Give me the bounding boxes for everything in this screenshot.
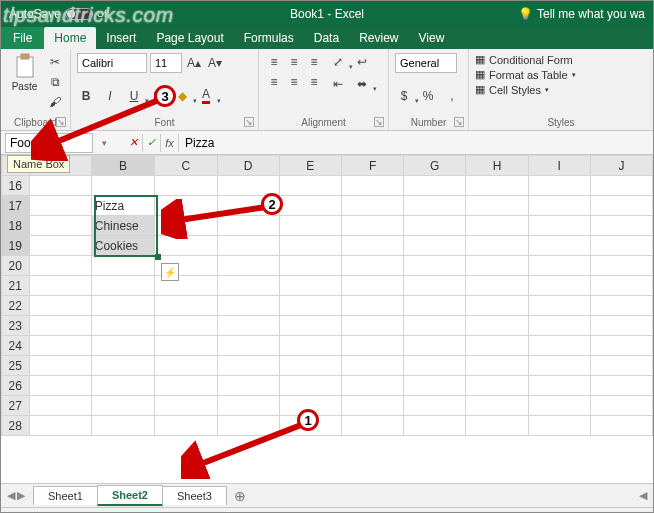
bold-button[interactable]: B [77, 87, 95, 105]
merge-center-icon[interactable]: ⬌ [353, 75, 371, 93]
prev-sheet-icon[interactable]: ◀ [7, 489, 15, 502]
percent-format-icon[interactable]: % [419, 87, 437, 105]
tab-data[interactable]: Data [304, 27, 349, 49]
col-header[interactable]: F [341, 156, 403, 176]
autosave-label: AutoSave [9, 7, 61, 21]
dialog-launcher-icon[interactable]: ↘ [454, 117, 464, 127]
col-header[interactable]: E [279, 156, 341, 176]
scroll-left-icon[interactable]: ◀ [639, 489, 647, 502]
decrease-indent-icon[interactable]: ⇤ [329, 75, 347, 93]
paste-button[interactable]: Paste [7, 53, 42, 111]
ribbon: Paste ✂ ⧉ 🖌 Clipboard↘ A▴ A▾ B I U ▦ ◆ A… [1, 49, 653, 131]
col-header[interactable]: J [590, 156, 652, 176]
row-header[interactable]: 25 [2, 356, 30, 376]
cell[interactable]: Chinese [91, 216, 155, 236]
group-number: $ % , Number↘ [389, 49, 469, 130]
sheet-tab[interactable]: Sheet3 [162, 486, 227, 505]
col-header[interactable]: I [528, 156, 590, 176]
dialog-launcher-icon[interactable]: ↘ [244, 117, 254, 127]
cell[interactable]: Cookies [91, 236, 155, 256]
col-header[interactable]: D [217, 156, 279, 176]
align-bottom-icon[interactable]: ≡ [305, 53, 323, 71]
comma-format-icon[interactable]: , [443, 87, 461, 105]
tab-insert[interactable]: Insert [96, 27, 146, 49]
col-header[interactable]: G [404, 156, 466, 176]
row-header[interactable]: 16 [2, 176, 30, 196]
annotation-callout: 2 [261, 193, 283, 215]
row-header[interactable]: 27 [2, 396, 30, 416]
formula-input[interactable] [179, 134, 653, 152]
format-painter-icon[interactable]: 🖌 [46, 93, 64, 111]
tab-formulas[interactable]: Formulas [234, 27, 304, 49]
font-name-select[interactable] [77, 53, 147, 73]
next-sheet-icon[interactable]: ▶ [17, 489, 25, 502]
tell-me-search[interactable]: 💡 Tell me what you wa [518, 7, 645, 21]
fx-icon[interactable]: fx [161, 134, 179, 152]
sheet-tab[interactable]: Sheet2 [97, 485, 163, 506]
dialog-launcher-icon[interactable]: ↘ [56, 117, 66, 127]
cancel-icon[interactable]: ✕ [125, 134, 143, 152]
enter-icon[interactable]: ✓ [143, 134, 161, 152]
row-header[interactable]: 28 [2, 416, 30, 436]
row-header[interactable]: 20 [2, 256, 30, 276]
tab-review[interactable]: Review [349, 27, 408, 49]
title-bar: AutoSave Off Book1 - Excel 💡 Tell me wha… [1, 1, 653, 27]
align-middle-icon[interactable]: ≡ [285, 53, 303, 71]
conditional-formatting-button[interactable]: ▦Conditional Form [475, 53, 647, 66]
clipboard-icon [13, 53, 37, 81]
format-as-table-button[interactable]: ▦Format as Table▾ [475, 68, 647, 81]
toggle-pill[interactable] [65, 8, 93, 20]
decrease-font-icon[interactable]: A▾ [206, 54, 224, 72]
align-left-icon[interactable]: ≡ [265, 73, 283, 91]
new-sheet-button[interactable]: ⊕ [226, 485, 254, 507]
row-header[interactable]: 24 [2, 336, 30, 356]
underline-button[interactable]: U [125, 87, 143, 105]
autofill-options-icon[interactable]: ⚡ [161, 263, 179, 281]
tab-home[interactable]: Home [44, 27, 96, 49]
align-right-icon[interactable]: ≡ [305, 73, 323, 91]
row-header[interactable]: 23 [2, 316, 30, 336]
wrap-text-icon[interactable]: ↩ [353, 53, 371, 71]
italic-button[interactable]: I [101, 87, 119, 105]
font-size-select[interactable] [150, 53, 182, 73]
align-center-icon[interactable]: ≡ [285, 73, 303, 91]
accounting-format-icon[interactable]: $ [395, 87, 413, 105]
col-header[interactable]: H [466, 156, 528, 176]
svg-rect-0 [17, 57, 33, 77]
align-top-icon[interactable]: ≡ [265, 53, 283, 71]
dialog-launcher-icon[interactable]: ↘ [374, 117, 384, 127]
ribbon-tabs: File Home Insert Page Layout Formulas Da… [1, 27, 653, 49]
row-header[interactable]: 17 [2, 196, 30, 216]
file-tab[interactable]: File [1, 27, 44, 49]
orientation-icon[interactable]: ⤢ [329, 53, 347, 71]
group-clipboard: Paste ✂ ⧉ 🖌 Clipboard↘ [1, 49, 71, 130]
font-color-button[interactable]: A [197, 87, 215, 105]
number-format-select[interactable] [395, 53, 457, 73]
clipboard-group-label: Clipboard↘ [7, 117, 64, 128]
styles-group-label: Styles [475, 117, 647, 128]
name-box[interactable] [5, 133, 93, 153]
row-header[interactable]: 22 [2, 296, 30, 316]
increase-font-icon[interactable]: A▴ [185, 54, 203, 72]
name-box-dropdown-icon[interactable]: ▾ [97, 138, 111, 148]
cell-styles-button[interactable]: ▦Cell Styles▾ [475, 83, 647, 96]
fill-handle[interactable] [155, 254, 161, 260]
cell[interactable]: Pizza [91, 196, 155, 216]
autosave-state: Off [97, 9, 109, 19]
row-header[interactable]: 26 [2, 376, 30, 396]
font-group-label: Font↘ [77, 117, 252, 128]
col-header[interactable]: B [91, 156, 155, 176]
status-bar: Ready Num Lock [1, 507, 653, 513]
row-header[interactable]: 21 [2, 276, 30, 296]
cut-icon[interactable]: ✂ [46, 53, 64, 71]
row-header[interactable]: 19 [2, 236, 30, 256]
name-box-tooltip: Name Box [7, 155, 70, 173]
row-header[interactable]: 18 [2, 216, 30, 236]
worksheet-grid[interactable]: A B C D E F G H I J 16 17Pizza 18Chinese… [1, 155, 653, 483]
copy-icon[interactable]: ⧉ [46, 73, 64, 91]
sheet-tab[interactable]: Sheet1 [33, 486, 98, 505]
tab-page-layout[interactable]: Page Layout [146, 27, 233, 49]
col-header[interactable]: C [155, 156, 217, 176]
autosave-toggle[interactable]: AutoSave Off [9, 7, 109, 21]
tab-view[interactable]: View [409, 27, 455, 49]
